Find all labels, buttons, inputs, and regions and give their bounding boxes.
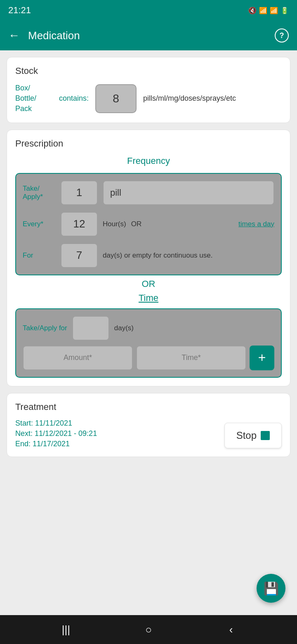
time-box: Take/Apply for day(s) Amount* Time* + [15, 308, 282, 378]
stock-label: Box/Bottle/Pack [15, 83, 52, 114]
battery-icon: 🔋 [280, 7, 289, 14]
prescription-card: Prescription Frequency Take/Apply* 1 pil… [7, 130, 290, 386]
time-placeholder: Time* [182, 353, 200, 362]
stop-icon [261, 431, 270, 440]
stock-card: Stock Box/Bottle/Pack contains: 8 pills/… [7, 57, 290, 123]
take-quantity-input[interactable]: 1 [61, 180, 98, 205]
time-take-row: Take/Apply for day(s) [23, 316, 274, 341]
end-date: End: 11/17/2021 [15, 440, 97, 448]
take-apply-label: Take/Apply* [23, 185, 56, 201]
nav-back-button[interactable]: ‹ [221, 619, 241, 640]
stock-contains-label: contains: [59, 94, 89, 103]
frequency-box: Take/Apply* 1 pill Every* 12 Hour(s) OR … [15, 173, 282, 275]
treatment-content: Start: 11/11/2021 Next: 11/12/2021 - 09:… [15, 419, 282, 448]
freq-every-row: Every* 12 Hour(s) OR times a day [23, 212, 274, 237]
stock-title: Stock [15, 66, 282, 76]
wifi-icon: 📶 [259, 7, 267, 14]
for-label: For [23, 251, 56, 260]
save-fab[interactable]: 💾 [257, 574, 285, 603]
freq-take-row: Take/Apply* 1 pill [23, 180, 274, 205]
nav-home-button[interactable]: ○ [138, 619, 159, 640]
prescription-title: Prescription [15, 138, 282, 149]
stop-button[interactable]: Stop [224, 423, 282, 448]
amount-placeholder: Amount* [64, 353, 92, 362]
amount-input[interactable]: Amount* [23, 346, 133, 370]
hours-label: Hour(s) [103, 220, 126, 228]
treatment-card: Treatment Start: 11/11/2021 Next: 11/12/… [7, 393, 290, 457]
time-add-row: Amount* Time* + [23, 346, 274, 370]
time-input[interactable]: Time* [136, 346, 246, 370]
times-a-day-link[interactable]: times a day [238, 220, 274, 228]
status-bar: 21:21 🔇 📶 📶 🔋 [0, 0, 297, 21]
main-content: Stock Box/Bottle/Pack contains: 8 pills/… [0, 50, 297, 615]
time-days-input[interactable] [72, 316, 109, 341]
stock-label-text: Box/Bottle/Pack [15, 84, 36, 113]
take-apply-for-label: Take/Apply for [23, 324, 67, 332]
treatment-title: Treatment [15, 402, 282, 412]
app-bar: ← Medication ? [0, 21, 297, 50]
back-icon: ‹ [229, 623, 233, 636]
back-button[interactable]: ← [8, 29, 20, 42]
or-divider: OR [15, 279, 282, 289]
next-date: Next: 11/12/2021 - 09:21 [15, 429, 97, 438]
stock-row: Box/Bottle/Pack contains: 8 pills/ml/mg/… [15, 83, 282, 114]
frequency-label: Frequency [15, 156, 282, 166]
mute-icon: 🔇 [248, 7, 257, 14]
pill-placeholder: pill [110, 187, 121, 198]
app-bar-title: Medication [28, 29, 266, 42]
menu-icon: ||| [62, 623, 70, 636]
start-date: Start: 11/11/2021 [15, 419, 97, 428]
signal-icon: 📶 [270, 7, 278, 14]
save-icon: 💾 [264, 581, 279, 596]
time-days-unit: day(s) [114, 324, 134, 332]
pill-type-input[interactable]: pill [103, 180, 274, 205]
stock-unit-label: pills/ml/mg/doses/sprays/etc [143, 93, 236, 104]
or-label: OR [131, 220, 142, 228]
nav-menu-button[interactable]: ||| [56, 619, 76, 640]
treatment-dates: Start: 11/11/2021 Next: 11/12/2021 - 09:… [15, 419, 97, 448]
for-value-input[interactable]: 7 [61, 243, 98, 268]
status-time: 21:21 [8, 5, 31, 16]
stock-quantity-input[interactable]: 8 [95, 84, 137, 113]
days-label: day(s) or empty for continuous use. [103, 251, 212, 260]
add-time-button[interactable]: + [250, 346, 274, 370]
help-button[interactable]: ? [275, 28, 289, 43]
every-label: Every* [23, 220, 56, 228]
every-value-input[interactable]: 12 [61, 212, 98, 237]
home-icon: ○ [145, 623, 152, 636]
stop-label: Stop [236, 430, 257, 441]
bottom-nav: ||| ○ ‹ [0, 615, 297, 644]
time-link[interactable]: Time [15, 293, 282, 303]
freq-for-row: For 7 day(s) or empty for continuous use… [23, 243, 274, 268]
status-icons: 🔇 📶 📶 🔋 [248, 7, 289, 14]
